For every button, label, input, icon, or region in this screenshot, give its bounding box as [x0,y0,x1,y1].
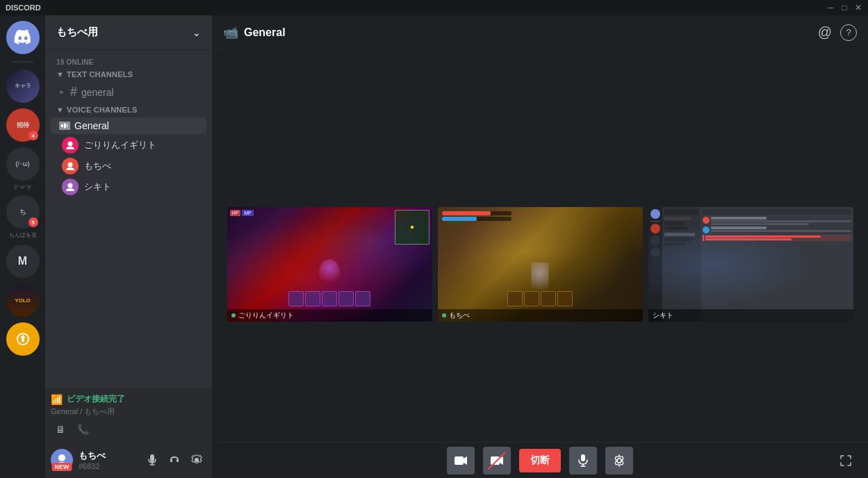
voice-channel-general[interactable]: General [51,117,206,134]
channel-sidebar: もちべ用 ⌄ 19 ONLINE ▼ TEXT CHANNELS ► # gen… [45,15,212,478]
voice-connected-text: ビデオ接続完了 [67,393,125,405]
user-avatar-wrap: NEW [51,449,73,471]
tile-username-1: ごりりんイギリト [238,311,294,320]
video-overlay-bar-2: もちべ [438,309,643,322]
camera-off-button[interactable] [483,447,511,475]
svg-point-5 [58,454,65,461]
voice-status-monitor-button[interactable]: 🖥 [51,420,70,439]
server-list: キャラ 招待 4 (/･ω) (/･ω･)/ ち 5 ちんぽを見 M YOLO [0,15,45,478]
signal-icon: 📶 [51,394,63,405]
collapse-icon-voice: ▼ [56,106,64,114]
server-header[interactable]: もちべ用 ⌄ [45,15,212,50]
svg-rect-8 [455,456,464,465]
mute-button[interactable] [142,450,162,470]
video-tile-1[interactable]: HP MP [227,207,432,322]
video-hud-2 [438,207,643,322]
settings-button[interactable] [187,450,206,470]
server-label-chinpo: ちんぽを見 [6,231,40,239]
video-area: HP MP [212,50,868,478]
avatar-goririn [62,137,79,154]
voice-member-mochibe[interactable]: もちべ [45,156,212,176]
main-area: 📹 General @ ? HP MP [212,15,868,478]
channel-name-general: general [81,87,114,98]
mention-button[interactable]: @ [818,24,832,40]
server-label-deco: (/･ω･)/ [6,183,40,190]
voice-member-goririn[interactable]: ごりりんイギリト [45,135,212,156]
voice-status-controls: 🖥 📞 [51,420,206,439]
username: もちべ [79,450,137,462]
video-overlay-bar-1: ごりりんイギリト [227,309,432,322]
maximize-button[interactable]: □ [840,3,849,12]
minimize-button[interactable]: ─ [826,3,835,12]
member-name-goririn: ごりりんイギリト [84,139,156,151]
new-badge: NEW [52,463,72,471]
close-button[interactable]: ✕ [854,3,862,12]
channel-list: 19 ONLINE ▼ TEXT CHANNELS ► # general ▼ … [45,50,212,388]
server-icon-yolo[interactable]: YOLO [6,283,40,317]
server-icon-mochibe[interactable]: キャラ [6,69,40,103]
server-icon-deco[interactable]: (/･ω) [6,147,40,181]
voice-status-phone-button[interactable]: 📞 [73,420,92,439]
tile-username-2: もちべ [449,311,470,320]
expand-button[interactable] [835,450,857,472]
server-separator [12,61,34,63]
main-header: 📹 General @ ? [212,15,868,50]
member-name-shiki: シキト [84,181,111,193]
svg-point-13 [617,459,621,463]
help-button[interactable]: ? [840,24,857,41]
main-header-right: @ ? [818,24,857,41]
voice-channels-header[interactable]: ▼ VOICE CHANNELS [45,103,212,117]
main-header-left: 📹 General [223,25,286,40]
collapse-icon: ▼ [56,70,64,79]
avatar-mochibe [62,158,79,174]
speaker-icon [59,122,70,130]
bottom-controls: 切断 [212,442,868,478]
disconnect-label: 切断 [530,454,550,467]
voice-member-shiki[interactable]: シキト [45,176,212,197]
tile-username-3: シキト [653,311,673,320]
video-hud-1: HP MP [227,207,432,322]
avatar-shiki [62,179,79,195]
online-indicator-2 [442,313,446,318]
server-icon-chinpo[interactable]: ち 5 [6,195,40,229]
svg-point-3 [68,163,73,167]
svg-rect-10 [581,454,585,461]
video-tile-3[interactable]: シキト [648,207,853,322]
svg-rect-9 [491,456,500,465]
online-indicator-1 [231,313,236,318]
voice-connected-status: 📶 ビデオ接続完了 [51,393,206,405]
server-icon-shotasei[interactable]: 招待 4 [6,108,40,142]
deafen-button[interactable] [165,450,184,470]
svg-rect-1 [61,124,63,127]
video-overlay-bar-3: シキト [648,309,853,322]
server-icon-gold[interactable] [6,322,40,356]
video-tile-2[interactable]: もちべ [438,207,643,322]
text-channels-header[interactable]: ▼ TEXT CHANNELS [45,67,212,81]
svg-point-2 [68,142,73,147]
server-icon-m[interactable]: M [6,245,40,278]
voice-status-bar: 📶 ビデオ接続完了 General / もちべ用 🖥 📞 [45,388,212,442]
mic-button[interactable] [569,447,597,475]
video-camera-icon: 📹 [223,25,238,40]
channel-title: General [244,26,286,39]
online-count: 19 ONLINE [45,56,212,67]
server-name: もちべ用 [56,26,98,39]
titlebar: DISCORD ─ □ ✕ [0,0,868,15]
user-info: もちべ #6832 [79,450,137,470]
voice-channel-name-general: General [74,120,109,131]
member-name-mochibe: もちべ [84,160,111,172]
chevron-down-icon: ⌄ [193,27,201,38]
hash-icon: # [70,85,77,99]
video-toggle-button[interactable] [447,447,475,475]
channel-item-general-text[interactable]: ► # general [51,82,206,102]
user-panel: NEW もちべ #6832 [45,442,212,478]
disconnect-button[interactable]: 切断 [519,449,561,472]
voice-location: General / もちべ用 [51,406,206,417]
voice-settings-button[interactable] [605,447,633,475]
app-title: DISCORD [6,3,41,12]
right-arrow-icon: ► [59,89,65,95]
svg-point-4 [68,183,73,188]
discord-home-button[interactable] [6,21,40,54]
minimap-1 [395,210,429,245]
user-controls [142,450,206,470]
